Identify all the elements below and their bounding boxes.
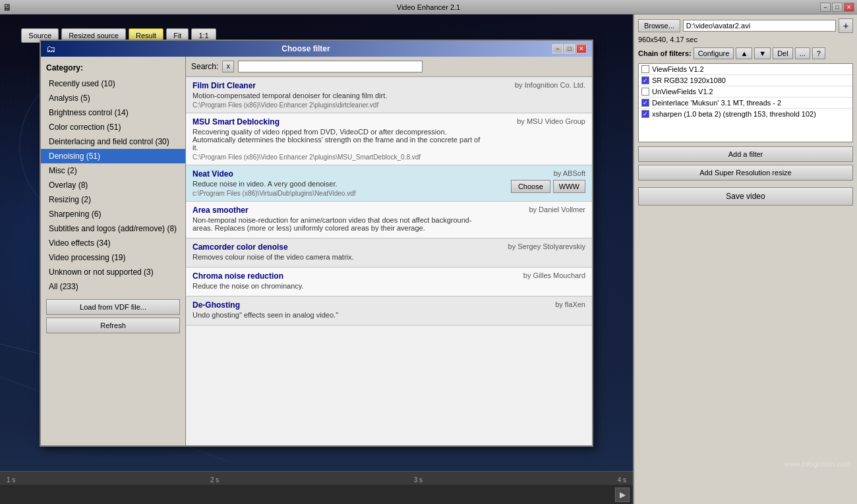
filter-right-5: by Gilles Mouchard <box>487 271 585 282</box>
search-clear-button[interactable]: x <box>222 61 234 72</box>
filter-author-1: by MSU Video Group <box>487 117 585 125</box>
filter-right-1: by MSU Video Group <box>487 117 585 128</box>
filter-scroll[interactable]: Film Dirt Cleaner Motion-compensated tem… <box>186 77 592 445</box>
filter-item-3[interactable]: ✓ Deinterlace 'Muksun' 3.1 MT, threads -… <box>639 98 852 109</box>
save-video-button[interactable]: Save video <box>638 187 853 206</box>
filter-name-5: Chroma noise reduction <box>192 271 487 281</box>
timeline: 1 s 2 s 3 s 4 s ▶ <box>0 471 633 504</box>
filter-entry-left-0: Film Dirt Cleaner Motion-compensated tem… <box>192 81 487 109</box>
filter-right-0: by Infognition Co. Ltd. <box>487 81 585 92</box>
help-button[interactable]: ? <box>812 47 825 59</box>
category-overlay[interactable]: Overlay (8) <box>41 178 185 192</box>
delete-button[interactable]: Del <box>773 47 793 59</box>
category-subtitles[interactable]: Subtitles and logos (add/remove) (8) <box>41 221 185 236</box>
add-super-resolution-button[interactable]: Add Super Resolution resize <box>638 165 853 181</box>
category-analysis[interactable]: Analysis (5) <box>41 91 185 105</box>
move-down-button[interactable]: ▼ <box>754 47 771 59</box>
filter-label-4: xsharpen (1.0 beta 2) (strength 153, thr… <box>652 110 816 118</box>
timeline-mark-3: 4 s <box>618 476 626 484</box>
maximize-button[interactable]: □ <box>832 3 842 12</box>
configure-button[interactable]: Configure <box>694 47 734 59</box>
filter-entry-camcorder: Camcorder color denoise Removes colour n… <box>186 238 592 267</box>
filter-author-6: by flaXen <box>487 300 585 308</box>
category-resizing[interactable]: Resizing (2) <box>41 192 185 207</box>
modal-title: Choose filter <box>281 44 330 53</box>
modal-maximize-button[interactable]: □ <box>564 44 575 53</box>
filter-name-2: Neat Video <box>192 169 487 179</box>
move-up-button[interactable]: ▲ <box>736 47 752 59</box>
choose-button[interactable]: Choose <box>511 180 550 193</box>
filter-name-1: MSU Smart Deblocking <box>192 117 487 126</box>
search-bar: Search: x <box>186 57 592 77</box>
load-vdf-button[interactable]: Load from VDF file... <box>46 299 180 315</box>
category-recently-used[interactable]: Recently used (10) <box>41 76 185 91</box>
filter-desc-2: Reduce noise in video. A very good denoi… <box>192 180 487 188</box>
timeline-next-button[interactable]: ▶ <box>615 488 630 502</box>
category-sharpening[interactable]: Sharpening (6) <box>41 207 185 221</box>
main-area: Source Resized source Result Fit 1:1 Bro… <box>0 14 857 504</box>
minimize-button[interactable]: − <box>820 3 831 12</box>
modal-icon: 🗂 <box>46 43 55 54</box>
filter-entry-deghosting: De-Ghosting Undo ghosting" effects seen … <box>186 296 592 325</box>
add-file-button[interactable]: + <box>839 18 853 33</box>
app-icon: 🖥 <box>3 2 12 13</box>
filter-entry-left-2: Neat Video Reduce noise in video. A very… <box>192 169 487 197</box>
filter-path-2: c:\Program Files (x86)\VirtualDub\plugin… <box>192 190 487 197</box>
filter-checkbox-0[interactable] <box>641 65 649 73</box>
filter-checkbox-2[interactable] <box>641 88 649 96</box>
category-panel-label: Category: <box>41 62 185 74</box>
browse-button[interactable]: Browse... <box>638 19 680 32</box>
filter-right-3: by Daniel Vollmer <box>487 206 585 216</box>
timeline-marks: 1 s 2 s 3 s 4 s <box>0 476 633 484</box>
filter-desc-1: Recovering quality of video ripped from … <box>192 128 487 152</box>
category-misc[interactable]: Misc (2) <box>41 163 185 178</box>
refresh-button[interactable]: Refresh <box>46 318 180 333</box>
filter-entry-chroma: Chroma noise reduction Reduce the noise … <box>186 267 592 296</box>
filter-entry-left-1: MSU Smart Deblocking Recovering quality … <box>192 117 487 161</box>
filter-item-0[interactable]: ViewFields V1.2 <box>639 64 852 75</box>
filter-checkbox-4[interactable]: ✓ <box>641 110 649 118</box>
category-all[interactable]: All (233) <box>41 279 185 294</box>
filter-checkbox-3[interactable]: ✓ <box>641 99 649 107</box>
category-brightness[interactable]: Brightness control (14) <box>41 105 185 120</box>
category-panel: Category: Recently used (10) Analysis (5… <box>41 57 186 445</box>
filter-entry-left-6: De-Ghosting Undo ghosting" effects seen … <box>192 300 487 321</box>
filter-right-4: by Sergey Stolyarevskiy <box>487 242 585 253</box>
filter-item-1[interactable]: ✓ SR RGB32 1920x1080 <box>639 75 852 86</box>
category-video-effects[interactable]: Video effects (34) <box>41 236 185 250</box>
filter-path-1: C:\Program Files (x86)\Video Enhancer 2\… <box>192 154 487 161</box>
app-title: Video Enhancer 2.1 <box>397 3 460 11</box>
search-input[interactable] <box>238 61 423 72</box>
modal-controls: − □ ✕ <box>552 44 587 53</box>
category-video-processing[interactable]: Video processing (19) <box>41 250 185 265</box>
filter-entry-area-smoother: Area smoother Non-temporal noise-reducti… <box>186 202 592 238</box>
filter-checkbox-1[interactable]: ✓ <box>641 76 649 84</box>
filter-name-0: Film Dirt Cleaner <box>192 81 487 90</box>
file-path-input[interactable] <box>683 20 836 32</box>
more-button[interactable]: ... <box>795 47 810 59</box>
title-bar: 🖥 Video Enhancer 2.1 − □ ✕ <box>0 0 857 14</box>
close-button[interactable]: ✕ <box>844 3 854 12</box>
category-deinterlacing[interactable]: Deinterlacing and field control (30) <box>41 134 185 149</box>
category-denoising[interactable]: Denoising (51) <box>41 149 185 163</box>
category-color[interactable]: Color correction (51) <box>41 120 185 134</box>
filter-author-2: by ABSoft <box>487 169 585 177</box>
add-filter-button[interactable]: Add a filter <box>638 146 853 162</box>
filter-name-6: De-Ghosting <box>192 300 487 310</box>
modal-close-button[interactable]: ✕ <box>576 44 587 53</box>
filter-label-1: SR RGB32 1920x1080 <box>652 76 726 84</box>
search-label: Search: <box>191 62 218 71</box>
filter-panel: Search: x Film Dirt Cleaner Motion-compe… <box>186 57 592 445</box>
filter-desc-3: Non-temporal noise-reduction for anime/c… <box>192 216 487 232</box>
choose-filter-modal: 🗂 Choose filter − □ ✕ Category: Recently… <box>40 40 593 447</box>
filter-item-2[interactable]: UnViewFields V1.2 <box>639 86 852 98</box>
filter-right-2: by ABSoft Choose WWW <box>487 169 585 193</box>
www-button[interactable]: WWW <box>553 180 585 193</box>
filter-label-0: ViewFields V1.2 <box>652 65 704 73</box>
modal-minimize-button[interactable]: − <box>552 44 563 53</box>
chain-row: Chain of filters: Configure ▲ ▼ Del ... … <box>638 47 853 59</box>
filter-desc-4: Removes colour noise of the video camera… <box>192 253 487 261</box>
category-unknown[interactable]: Unknown or not supported (3) <box>41 265 185 279</box>
filter-item-4[interactable]: ✓ xsharpen (1.0 beta 2) (strength 153, t… <box>639 109 852 119</box>
filter-author-4: by Sergey Stolyarevskiy <box>487 242 585 250</box>
